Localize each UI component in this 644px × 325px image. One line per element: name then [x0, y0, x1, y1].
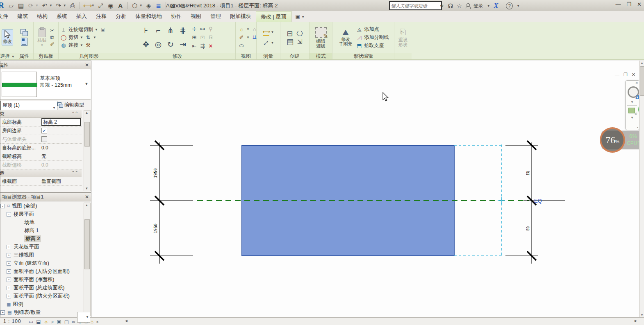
- align-icon[interactable]: ⊦: [144, 26, 148, 35]
- properties-close-icon[interactable]: ✕: [85, 61, 89, 69]
- create-similar-icon[interactable]: ⇲: [296, 39, 303, 45]
- app-minimize-button[interactable]: —: [615, 1, 621, 7]
- section-icon[interactable]: ◈: [145, 2, 152, 9]
- view-restore-icon[interactable]: ❐: [624, 72, 628, 77]
- communication-center-icon[interactable]: ☊: [448, 2, 453, 9]
- zoom-region-icon[interactable]: ⌕: [628, 108, 635, 113]
- user-icon[interactable]: [466, 3, 470, 8]
- sun-path-icon[interactable]: ☼: [44, 319, 48, 325]
- temporary-hide-isolate-icon[interactable]: ∞: [72, 319, 75, 325]
- tab-manage[interactable]: 管理: [206, 11, 225, 22]
- view-close-icon[interactable]: ✕: [632, 72, 635, 77]
- panel-label-properties[interactable]: 属性: [15, 53, 33, 59]
- crop-region-visibility-icon[interactable]: ▢: [64, 319, 69, 325]
- modify-sub-elements-button[interactable]: ⛰ 修改 子图元: [338, 27, 354, 47]
- tab-structure[interactable]: 结构: [32, 11, 52, 22]
- eq-dimension-value[interactable]: EQ: [526, 171, 530, 175]
- save-icon[interactable]: ▤: [17, 2, 25, 9]
- tree-item-area-plan-renfang[interactable]: + 面积平面 (人防分区面积): [0, 267, 84, 275]
- add-split-line-button[interactable]: ◿ 添加分割线: [356, 34, 389, 41]
- ribbon-options-icon[interactable]: ▣ ▼: [296, 14, 305, 19]
- redo-icon[interactable]: ↷: [55, 2, 62, 9]
- tree-item-area-plan-gross[interactable]: + 面积平面 (总建筑面积): [0, 284, 84, 292]
- tree-item-elevations[interactable]: + 立面 (建筑立面): [0, 259, 84, 267]
- app-maximize-button[interactable]: ❐: [626, 1, 631, 7]
- trim-extend-single-icon[interactable]: ⇤: [192, 43, 197, 49]
- expand-icon[interactable]: +: [7, 278, 11, 282]
- favorites-star-icon[interactable]: ☆: [457, 2, 462, 9]
- thin-lines-icon[interactable]: ≣: [155, 2, 162, 9]
- tab-architecture[interactable]: 建筑: [13, 11, 32, 22]
- expand-icon[interactable]: +: [7, 253, 11, 257]
- base-level-value[interactable]: 标高 2: [41, 118, 81, 126]
- tree-item-views[interactable]: - ⌑ 视图 (全部): [0, 202, 84, 210]
- eq-dimension-value[interactable]: EQ: [526, 226, 530, 230]
- modify-tool-button[interactable]: 修改: [2, 29, 13, 45]
- wheel-dropdown-icon[interactable]: ▼: [630, 100, 634, 104]
- add-point-button[interactable]: ◬ 添加点: [356, 26, 379, 33]
- expand-icon[interactable]: +: [7, 261, 11, 266]
- tab-annotate[interactable]: 注释: [91, 11, 111, 22]
- cut-icon[interactable]: ✂: [49, 28, 56, 34]
- navigation-bar[interactable]: ✕ 2D ▼ ⌕ ▼ -: [625, 80, 640, 130]
- tab-analyze[interactable]: 分析: [111, 11, 131, 22]
- property-row[interactable]: 椽截面 垂直截面: [0, 177, 82, 186]
- mirror-pick-axis-icon[interactable]: ⋔: [167, 26, 174, 35]
- expand-icon[interactable]: +: [7, 286, 11, 290]
- expand-icon[interactable]: +: [7, 294, 11, 298]
- steering-wheel-icon[interactable]: 2D: [628, 86, 639, 98]
- visual-style-icon[interactable]: ⬓: [36, 319, 41, 325]
- pick-supports-button[interactable]: ⬒ 拾取支座: [356, 42, 384, 50]
- tab-systems[interactable]: 系统: [52, 11, 72, 22]
- section-construction[interactable]: 构造 ⌃⌃: [0, 169, 82, 177]
- hscroll-left-arrow[interactable]: ◄: [124, 318, 128, 323]
- tree-item-area-plan-net[interactable]: + 面积平面 (净面积): [0, 275, 84, 284]
- navbar-minimize-icon[interactable]: -: [637, 125, 638, 129]
- displace-elements-icon[interactable]: ⬭: [238, 43, 245, 49]
- text-icon[interactable]: A: [117, 2, 124, 9]
- copy-icon[interactable]: ⧉: [49, 35, 56, 41]
- expand-icon[interactable]: +: [0, 310, 5, 315]
- tab-insert[interactable]: 插入: [72, 11, 91, 22]
- eq-toggle-label[interactable]: EQ: [534, 198, 542, 204]
- search-input[interactable]: [389, 1, 442, 10]
- reveal-constraints-icon[interactable]: ⇤: [96, 319, 100, 325]
- trim-extend-multiple-icon[interactable]: ⇶: [200, 43, 205, 49]
- navbar-close-icon[interactable]: ✕: [635, 81, 638, 85]
- wall-joins-icon[interactable]: ⌸: [100, 27, 106, 33]
- tab-massing-site[interactable]: 体量和场地: [131, 11, 166, 22]
- app-close-button[interactable]: ✕: [637, 1, 642, 7]
- browser-bottom-dropdown[interactable]: ▼: [77, 312, 90, 323]
- measure-tool-icon[interactable]: ⟷: [263, 29, 269, 36]
- tree-item-schedules[interactable]: + ▤ 明细表/数量: [0, 308, 84, 316]
- shadows-icon[interactable]: ⌕: [51, 319, 54, 325]
- create-assembly-icon[interactable]: ▤: [287, 39, 293, 45]
- help-dropdown-icon[interactable]: ▼: [517, 4, 520, 8]
- worksharing-display-icon[interactable]: ⌂: [91, 319, 93, 325]
- guide-cross[interactable]: [498, 197, 505, 204]
- property-row[interactable]: 自标高的底部... 0.0: [0, 144, 82, 152]
- instance-filter-dropdown[interactable]: 屋顶 (1) ▼: [0, 101, 57, 110]
- tree-item-3d-views[interactable]: + 三维视图: [0, 251, 84, 259]
- expand-icon[interactable]: +: [7, 269, 11, 274]
- tab-addins[interactable]: 附加模块: [225, 11, 256, 22]
- tree-item-site[interactable]: 场地: [0, 218, 84, 226]
- linework-brush-icon[interactable]: ✐: [238, 35, 245, 41]
- properties-header[interactable]: 属性 ✕: [0, 61, 91, 70]
- tree-item-floor-plans[interactable]: - 楼层平面: [0, 210, 84, 218]
- split-with-gap-icon[interactable]: ⊶: [200, 26, 205, 32]
- section-constraints[interactable]: 约束 ⌃⌃: [0, 110, 82, 118]
- tab-collaborate[interactable]: 协作: [166, 11, 186, 22]
- revit-logo-icon[interactable]: R: [0, 1, 5, 10]
- tab-modify-roof-contextual[interactable]: 修改 | 屋顶: [256, 11, 291, 22]
- edit-type-button[interactable]: 编辑类型: [57, 100, 90, 110]
- type-properties-icon[interactable]: [20, 29, 28, 36]
- expand-icon[interactable]: +: [7, 245, 11, 249]
- tree-item-level-1[interactable]: 标高 1: [0, 226, 84, 235]
- copy-tool-icon[interactable]: ◎: [155, 40, 162, 49]
- project-browser-scrollbar[interactable]: ▲ ▼: [84, 203, 91, 316]
- aligned-dimension-icon[interactable]: ⤢: [97, 2, 105, 9]
- collapse-icon[interactable]: -: [7, 212, 11, 217]
- view-scale-button[interactable]: 1 : 100: [3, 318, 21, 324]
- exchange-apps-icon[interactable]: X: [494, 2, 498, 9]
